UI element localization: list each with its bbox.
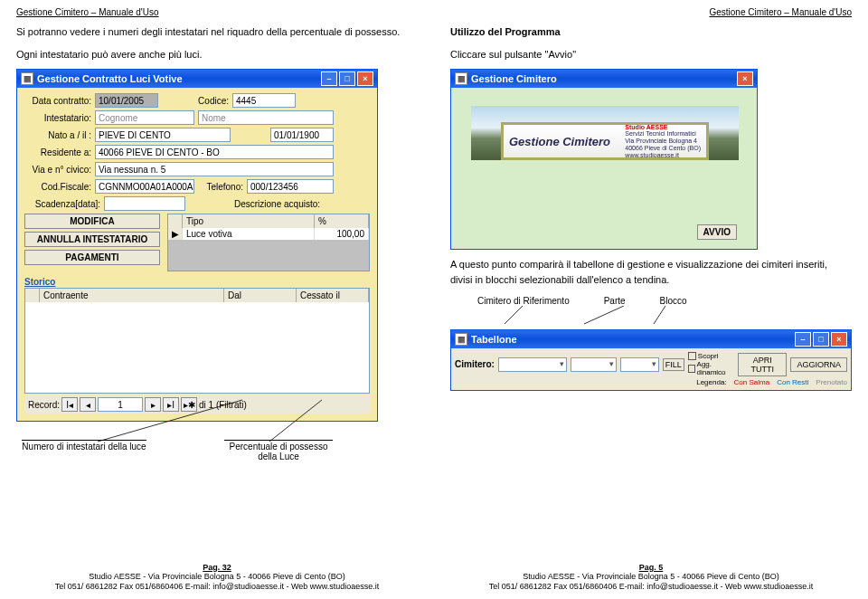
tag-parte: Parte [604, 296, 626, 306]
brand-name: Gestione Cimitero [509, 135, 610, 148]
tabellone-close-button[interactable]: × [831, 332, 847, 347]
tag-blocco: Blocco [660, 296, 687, 306]
fld-tel[interactable]: 000/123456 [247, 179, 334, 194]
close-button[interactable]: × [357, 71, 373, 86]
footer-right: Pag. 5 Studio AESSE - Via Provinciale Bo… [434, 563, 868, 592]
svg-line-3 [584, 306, 624, 324]
doc-title-right: Gestione Cimitero – Manuale d'Uso [709, 7, 852, 17]
annotation-arrows-left [16, 396, 414, 451]
right-h2: Cliccare sul pulsante "Avvio" [450, 47, 852, 62]
lbl-codice: Codice: [189, 96, 229, 106]
combo-parte[interactable] [571, 357, 617, 372]
right-p1: A questo punto comparirà il tabellone di… [450, 257, 852, 287]
chk-scopri[interactable]: Scopri [688, 352, 734, 360]
lbl-via: Via e n° civico: [24, 165, 91, 175]
gc-perc[interactable]: 100,00 [315, 228, 369, 240]
annulla-button[interactable]: ANNULLA INTESTATARIO [24, 232, 160, 247]
chk-aggdin[interactable]: Agg. dinamico [688, 360, 734, 376]
combo-cimitero[interactable] [498, 357, 567, 372]
lbl-res: Residente a: [24, 147, 91, 157]
fld-nato-a[interactable]: PIEVE DI CENTO [95, 128, 231, 142]
svg-line-4 [654, 306, 665, 324]
lbl-nato: Nato a / il : [24, 130, 91, 140]
tabellone-title: Tabellone [471, 334, 517, 345]
contract-titlebar[interactable]: ▦ Gestione Contratto Luci Votive – □ × [17, 70, 377, 88]
avvio-button[interactable]: AVVIO [697, 224, 737, 240]
gc-tipo[interactable]: Luce votiva [183, 228, 315, 240]
lbl-storico: Storico [24, 277, 370, 287]
lbl-cf: Cod.Fiscale: [24, 182, 91, 192]
fld-res[interactable]: 40066 PIEVE DI CENTO - BO [95, 145, 334, 159]
apri-tutti-button[interactable]: APRI TUTTI [738, 353, 788, 376]
gh-contraente: Contraente [40, 289, 224, 302]
contract-title: Gestione Contratto Luci Votive [37, 73, 183, 84]
lbl-scad: Scadenza[data]: [24, 199, 100, 209]
gh-cessato: Cessato il [297, 289, 369, 302]
svg-line-2 [505, 306, 523, 324]
left-p2: Ogni intestatario può avere anche più lu… [16, 47, 418, 62]
fld-scad[interactable] [104, 196, 185, 211]
tabellone-legend: Legenda: Con Salma Con Resti Prenotato [455, 378, 847, 386]
left-body: Si potranno vedere i numeri degli intest… [16, 24, 418, 62]
aggiorna-button[interactable]: AGGIORNA [790, 357, 847, 372]
lbl-data: Data contratto: [24, 96, 91, 106]
tabellone-window: ▦ Tabellone – □ × Cimitero: FILL Sco [450, 329, 852, 391]
launch-titlebar[interactable]: ▦ Gestione Cimitero × [451, 70, 757, 88]
gh-dal: Dal [224, 289, 297, 302]
lbl-cim: Cimitero: [455, 359, 495, 369]
app-icon: ▦ [21, 72, 33, 85]
lbl-desc: Descrizione acquisto: [234, 199, 320, 209]
fld-nome[interactable]: Nome [198, 110, 334, 125]
fld-via[interactable]: Via nessuna n. 5 [95, 162, 334, 176]
footer-left: Pag. 32 Studio AESSE - Via Provinciale B… [0, 563, 434, 592]
launch-close-button[interactable]: × [737, 71, 753, 86]
lbl-tel: Telefono: [198, 182, 243, 192]
fld-codice[interactable]: 4445 [232, 93, 296, 108]
svg-line-0 [98, 400, 242, 442]
left-p1: Si potranno vedere i numeri degli intest… [16, 24, 418, 40]
contract-window: ▦ Gestione Contratto Luci Votive – □ × D… [16, 69, 378, 422]
fill-button[interactable]: FILL [663, 358, 684, 371]
fld-cf[interactable]: CGNNMO00A01A000A [95, 179, 194, 194]
fld-cognome[interactable]: Cognome [95, 110, 194, 125]
right-h1: Utilizzo del Programma [450, 24, 852, 40]
launch-title: Gestione Cimitero [471, 73, 557, 84]
tabellone-min-button[interactable]: – [795, 332, 811, 347]
maximize-button[interactable]: □ [339, 71, 355, 86]
minimize-button[interactable]: – [321, 71, 337, 86]
launch-photo: Gestione Cimitero Studio AESSE Servizi T… [471, 106, 739, 160]
pagamenti-button[interactable]: PAGAMENTI [24, 250, 160, 265]
right-body: Utilizzo del Programma Cliccare sul puls… [450, 24, 852, 62]
lbl-int: Intestatario: [24, 113, 91, 123]
annotation-arrows-right [450, 306, 848, 326]
fld-nato-il[interactable]: 01/01/1900 [270, 128, 334, 142]
gh-tipo: Tipo [183, 214, 315, 228]
modifica-button[interactable]: MODIFICA [24, 214, 160, 229]
doc-title-left: Gestione Cimitero – Manuale d'Uso [16, 7, 159, 17]
svg-line-1 [269, 400, 322, 442]
tabellone-titlebar[interactable]: ▦ Tabellone – □ × [451, 330, 851, 348]
fld-data[interactable]: 10/01/2005 [95, 93, 158, 108]
launch-window: ▦ Gestione Cimitero × Gestione Cimitero … [450, 69, 758, 250]
combo-blocco[interactable] [620, 357, 659, 372]
tabellone-max-button[interactable]: □ [813, 332, 829, 347]
gh-perc: % [315, 214, 369, 228]
tag-cim: Cimitero di Riferimento [477, 296, 570, 306]
launch-icon: ▦ [455, 72, 467, 85]
tabellone-icon: ▦ [455, 333, 467, 346]
